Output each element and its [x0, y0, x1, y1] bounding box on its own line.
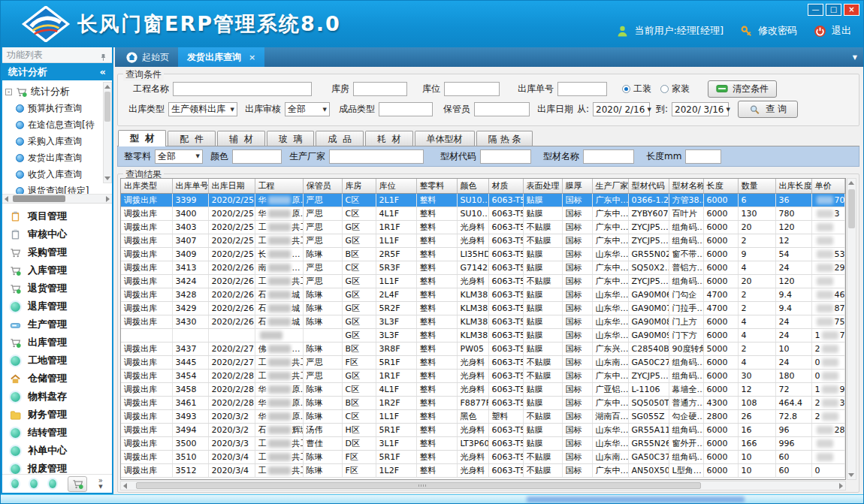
table-cell[interactable]: 华原…: [255, 382, 303, 396]
table-cell[interactable]: 6000: [703, 234, 738, 247]
table-cell[interactable]: 光身料: [457, 274, 488, 288]
table-cell[interactable]: 2020/2/26: [208, 274, 255, 288]
table-cell[interactable]: 3445: [172, 355, 208, 369]
table-cell[interactable]: 2020/3/4: [208, 463, 255, 477]
table-cell[interactable]: ZYCJP5…: [628, 274, 669, 288]
table-cell[interactable]: 0: [811, 355, 844, 369]
table-cell[interactable]: 调拨出库: [121, 247, 172, 261]
table-cell[interactable]: 国标: [562, 382, 592, 396]
material-tab[interactable]: 隔 热 条: [476, 131, 533, 146]
location-input[interactable]: [444, 82, 500, 96]
table-cell[interactable]: 调拨出库: [121, 450, 172, 463]
tree-item[interactable]: 采购入库查询: [5, 133, 110, 149]
table-cell[interactable]: 2020/2/26: [208, 301, 255, 315]
table-cell[interactable]: 石城: [255, 288, 303, 301]
table-cell[interactable]: 2020/2/27: [208, 355, 255, 369]
table-cell[interactable]: 贴膜: [523, 193, 562, 207]
table-cell[interactable]: 贴膜: [523, 382, 562, 396]
table-cell[interactable]: 国标: [562, 247, 592, 261]
table-cell[interactable]: 不贴膜: [523, 274, 562, 288]
table-cell[interactable]: 整料: [416, 450, 457, 463]
column-header[interactable]: 单价: [811, 179, 844, 193]
table-cell[interactable]: 贴膜: [523, 342, 562, 355]
table-cell[interactable]: 5R3F: [376, 261, 416, 274]
table-cell[interactable]: H区: [342, 423, 376, 436]
table-cell[interactable]: [811, 274, 844, 288]
table-cell[interactable]: 湖南百…: [592, 409, 628, 423]
table-cell[interactable]: 整料: [416, 436, 457, 450]
table-cell[interactable]: 3494: [172, 423, 208, 436]
table-cell[interactable]: 严思: [303, 207, 342, 220]
table-cell[interactable]: C区: [342, 193, 376, 207]
column-header[interactable]: 出库单号: [172, 179, 208, 193]
table-cell[interactable]: 96: [775, 423, 811, 436]
table-cell[interactable]: 6000: [703, 328, 738, 342]
table-cell[interactable]: 26: [738, 409, 775, 423]
table-row[interactable]: 调拨出库35002020/3/3工共工程曹佳D区3L1F整料LT3P606063…: [121, 436, 846, 450]
table-cell[interactable]: 山东华…: [592, 315, 628, 328]
table-cell[interactable]: 326: [844, 301, 846, 315]
table-cell[interactable]: 10: [738, 450, 775, 463]
table-cell[interactable]: 1R1F: [376, 220, 416, 234]
table-cell[interactable]: 3458: [172, 382, 208, 396]
table-cell[interactable]: 6063-T5: [488, 342, 523, 355]
table-cell[interactable]: 5R1F: [376, 355, 416, 369]
table-cell[interactable]: 2020/2/28: [208, 396, 255, 409]
table-cell[interactable]: 2306: [811, 396, 844, 409]
column-header[interactable]: 材质: [488, 179, 523, 193]
table-cell[interactable]: 调拨出库: [121, 355, 172, 369]
table-cell[interactable]: 陈琳: [303, 301, 342, 315]
table-cell[interactable]: 10: [775, 342, 811, 355]
table-cell[interactable]: 调拨出库: [121, 207, 172, 220]
table-cell[interactable]: 调拨出库: [121, 274, 172, 288]
sidebar-module-item[interactable]: 结转管理: [2, 424, 112, 442]
table-cell[interactable]: 90度转角: [669, 342, 703, 355]
table-cell[interactable]: LT3P60: [457, 436, 488, 450]
table-cell[interactable]: 整料: [416, 234, 457, 247]
table-cell[interactable]: 陈琳: [303, 382, 342, 396]
table-cell[interactable]: 24: [775, 355, 811, 369]
table-cell[interactable]: 0: [811, 463, 844, 477]
table-row[interactable]: G区3L3F整料KLM38176063-T5贴膜国标山东华…GA90M09.门下…: [121, 328, 846, 342]
table-cell[interactable]: G区: [342, 315, 376, 328]
table-cell[interactable]: 0: [811, 369, 844, 382]
table-cell[interactable]: 6063-T5: [488, 193, 523, 207]
column-header[interactable]: 库房: [342, 179, 376, 193]
table-cell[interactable]: 组角码…: [669, 355, 703, 369]
table-cell[interactable]: 3429: [172, 301, 208, 315]
sidebar-module-item[interactable]: 补单中心: [2, 442, 112, 460]
table-cell[interactable]: 普通方…: [669, 396, 703, 409]
table-cell[interactable]: 120: [775, 274, 811, 288]
table-cell[interactable]: G71422: [457, 261, 488, 274]
table-cell[interactable]: KLM3817: [457, 288, 488, 301]
table-cell[interactable]: 整料: [416, 220, 457, 234]
table-cell[interactable]: 6063-T5: [488, 369, 523, 382]
column-header[interactable]: 出库长度: [775, 179, 811, 193]
table-cell[interactable]: 3424: [172, 274, 208, 288]
table-cell[interactable]: 国标: [562, 463, 592, 477]
tree-item[interactable]: 收货入库查询: [5, 166, 110, 183]
table-cell[interactable]: 3512: [172, 463, 208, 477]
table-cell[interactable]: 调拨出库: [121, 193, 172, 207]
table-cell[interactable]: 2020/3/3: [208, 436, 255, 450]
table-cell[interactable]: 2020/2/28: [208, 382, 255, 396]
table-cell[interactable]: 广东兴…: [592, 342, 628, 355]
table-cell[interactable]: 106: [844, 247, 846, 261]
material-tab[interactable]: 单体型材: [415, 131, 475, 146]
table-cell[interactable]: [121, 328, 172, 342]
table-row[interactable]: 调拨出库34942020/3/2石辉城汤伟H区5R1F整料光身料6063-T5贴…: [121, 423, 846, 436]
column-header[interactable]: 颜色: [457, 179, 488, 193]
table-cell[interactable]: SU10…: [457, 207, 488, 220]
table-row[interactable]: 调拨出库34582020/2/28华原…陈琳C区4L1F整料光身料6063-T5…: [121, 382, 846, 396]
table-cell[interactable]: 24: [775, 315, 811, 328]
table-cell[interactable]: 2: [738, 288, 775, 301]
table-cell[interactable]: C区: [342, 207, 376, 220]
sidebar-module-item[interactable]: 生产管理: [2, 315, 112, 333]
table-cell[interactable]: C区: [342, 261, 376, 274]
column-header[interactable]: 型材代码: [628, 179, 669, 193]
sidebar-module-item[interactable]: 出库管理: [2, 333, 112, 352]
column-header[interactable]: 工程: [255, 179, 303, 193]
table-cell[interactable]: KLM3817: [457, 301, 488, 315]
table-cell[interactable]: 4: [738, 328, 775, 342]
table-cell[interactable]: 门拉手…: [669, 301, 703, 315]
